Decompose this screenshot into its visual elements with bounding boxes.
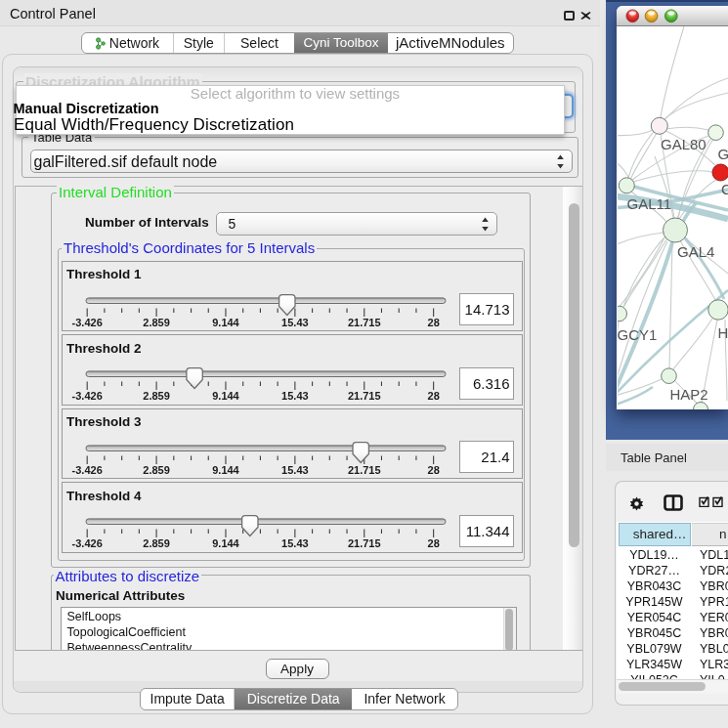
svg-text:21.715: 21.715 <box>348 316 381 327</box>
svg-text:15.43: 15.43 <box>281 537 309 549</box>
svg-text:2.859: 2.859 <box>143 390 170 402</box>
svg-text:28: 28 <box>428 537 440 549</box>
svg-text:C: C <box>721 181 728 197</box>
svg-text:-3.426: -3.426 <box>72 463 103 475</box>
svg-text:21.715: 21.715 <box>348 537 381 549</box>
svg-text:15.43: 15.43 <box>281 316 309 327</box>
svg-text:HAP2: HAP2 <box>670 386 708 403</box>
svg-text:2.859: 2.859 <box>143 537 170 549</box>
svg-text:2.859: 2.859 <box>143 463 170 475</box>
svg-text:-3.426: -3.426 <box>72 316 103 327</box>
svg-text:-3.426: -3.426 <box>72 390 103 402</box>
svg-text:9.144: 9.144 <box>212 390 239 402</box>
svg-text:21.715: 21.715 <box>348 463 381 475</box>
svg-text:21.715: 21.715 <box>348 390 381 402</box>
svg-text:HI: HI <box>718 324 728 341</box>
svg-text:-3.426: -3.426 <box>72 537 103 549</box>
svg-text:GAL11: GAL11 <box>627 195 672 212</box>
svg-text:9.144: 9.144 <box>212 537 239 549</box>
svg-text:15.43: 15.43 <box>281 390 309 402</box>
svg-text:28: 28 <box>428 463 440 475</box>
svg-text:GAL80: GAL80 <box>661 136 707 152</box>
svg-text:GA: GA <box>718 146 728 162</box>
svg-text:28: 28 <box>428 316 440 327</box>
svg-text:9.144: 9.144 <box>212 316 239 327</box>
svg-text:15.43: 15.43 <box>281 463 309 475</box>
svg-text:2.859: 2.859 <box>143 316 170 327</box>
svg-text:9.144: 9.144 <box>212 463 239 475</box>
svg-text:GCY1: GCY1 <box>618 326 657 343</box>
svg-text:28: 28 <box>428 390 440 402</box>
svg-text:GAL4: GAL4 <box>677 243 714 260</box>
